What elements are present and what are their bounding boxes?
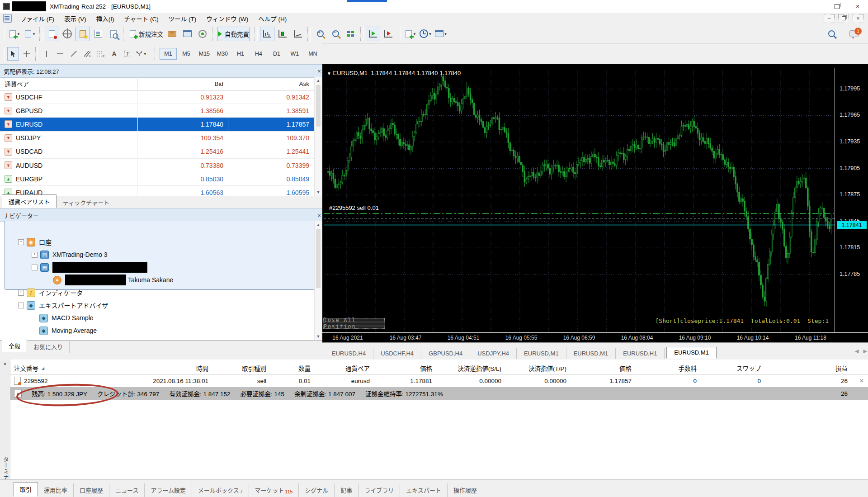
- timeframe-h1[interactable]: H1: [232, 48, 249, 60]
- navigator-scrollbar[interactable]: ▲ ▼: [314, 221, 322, 340]
- tree-item[interactable]: ◆Moving Average: [0, 324, 314, 337]
- column-ask[interactable]: Ask: [228, 77, 314, 90]
- close-all-position-button[interactable]: lose All Position: [323, 318, 385, 329]
- new-chart-button[interactable]: ▾: [7, 27, 22, 41]
- column-symbol[interactable]: 通貨ペア: [0, 77, 138, 90]
- timeframe-d1[interactable]: D1: [268, 48, 285, 60]
- horizontal-line-button[interactable]: [54, 47, 66, 61]
- periods-button[interactable]: ▾: [419, 27, 433, 41]
- terminal-column-3[interactable]: 数量: [270, 364, 315, 373]
- terminal-tab[interactable]: シグナル: [299, 483, 335, 497]
- terminal-tab[interactable]: 記事: [335, 483, 359, 497]
- minimize-button[interactable]: –: [806, 0, 826, 13]
- restore-button[interactable]: [826, 0, 847, 13]
- terminal-tab[interactable]: アラーム設定: [145, 483, 192, 497]
- channel-button[interactable]: E: [81, 47, 93, 61]
- time-axis[interactable]: 16 Aug 202116 Aug 03:4716 Aug 04:5116 Au…: [322, 332, 868, 343]
- terminal-column-11[interactable]: 損益: [765, 364, 852, 373]
- crosshair-button[interactable]: [21, 47, 33, 61]
- terminal-close-icon[interactable]: ×: [0, 360, 10, 369]
- terminal-tab[interactable]: 操作履歴: [448, 483, 483, 497]
- mql-community-button[interactable]: [180, 27, 194, 41]
- terminal-tab[interactable]: ライブラリ: [359, 483, 400, 497]
- indicators-button[interactable]: ▾: [403, 27, 418, 41]
- metaeditor-button[interactable]: [165, 27, 179, 41]
- terminal-tab[interactable]: エキスパート: [400, 483, 448, 497]
- nav-scrollbar-thumb[interactable]: [316, 229, 321, 288]
- chart-tab[interactable]: EURUSD,H4: [325, 348, 373, 359]
- terminal-tab[interactable]: 運用比率: [38, 483, 74, 497]
- menu-item[interactable]: 挿入(I): [91, 13, 119, 24]
- tree-expander-icon[interactable]: –: [32, 265, 38, 270]
- scroll-down-icon[interactable]: ▼: [315, 189, 322, 196]
- mdi-restore-button[interactable]: [838, 14, 849, 23]
- tab-scroll-left-icon[interactable]: ◀: [855, 348, 859, 354]
- menu-item[interactable]: ヘルプ (H): [253, 13, 292, 24]
- timeframe-m30[interactable]: M30: [214, 48, 231, 60]
- terminal-column-6[interactable]: 決済逆指値(S/L): [436, 364, 505, 373]
- profiles-button[interactable]: ▾: [23, 27, 37, 41]
- cursor-button[interactable]: [7, 47, 19, 61]
- navigator-tab[interactable]: 全般: [2, 339, 27, 352]
- chart-tab[interactable]: EURUSD,M1: [517, 348, 566, 359]
- terminal-column-7[interactable]: 決済指値(T/P): [505, 364, 571, 373]
- auto-scroll-button[interactable]: [366, 27, 380, 41]
- zoom-out-button[interactable]: −: [328, 27, 343, 41]
- strategy-tester-toggle[interactable]: [106, 27, 121, 41]
- terminal-column-4[interactable]: 通貨ペア: [315, 364, 374, 373]
- candlestick-chart-button[interactable]: [275, 27, 290, 41]
- chart-plot-svg[interactable]: #2295592 sell 0.01: [324, 68, 835, 332]
- auto-trading-button[interactable]: 自動売買: [217, 27, 250, 41]
- market-watch-row[interactable]: ▼EURUSD1.178401.17857: [0, 118, 314, 131]
- timeframe-m1[interactable]: M1: [160, 48, 177, 60]
- market-watch-tab[interactable]: ティックチャート: [57, 197, 116, 208]
- trendline-button[interactable]: [68, 47, 80, 61]
- alerts-button[interactable]: [195, 27, 210, 41]
- fibonacci-button[interactable]: F: [95, 47, 107, 61]
- chart-tab[interactable]: EURUSD,M1: [666, 347, 717, 359]
- nav-scroll-up-icon[interactable]: ▲: [315, 221, 322, 228]
- chart-tab-scroll-arrows[interactable]: ◀▶: [855, 343, 867, 359]
- new-order-button[interactable]: 新規注文: [128, 27, 164, 41]
- tree-expander-icon[interactable]: –: [18, 239, 24, 245]
- chart-tab[interactable]: EURUSD,M1: [566, 348, 616, 359]
- market-watch-scrollbar[interactable]: ▲ ▼: [314, 77, 322, 196]
- menu-item[interactable]: 表示 (V): [59, 13, 91, 24]
- arrows-button[interactable]: ▾: [135, 47, 147, 61]
- menu-item[interactable]: ツール (T): [164, 13, 202, 24]
- mdi-minimize-button[interactable]: –: [824, 14, 835, 23]
- notifications-button[interactable]: 1: [847, 27, 861, 41]
- text-button[interactable]: A: [108, 47, 120, 61]
- nav-scroll-down-icon[interactable]: ▼: [315, 333, 322, 340]
- market-watch-tab[interactable]: 通貨ペアリスト: [2, 194, 57, 208]
- order-row[interactable]: 22955922021.08.16 11:38:01sell0.01eurusd…: [10, 374, 868, 387]
- tree-expander-icon[interactable]: +: [18, 290, 24, 296]
- tile-windows-button[interactable]: [344, 27, 358, 41]
- chart-tab[interactable]: GBPUSD,H4: [421, 348, 470, 359]
- close-order-icon[interactable]: ✕: [852, 378, 868, 384]
- market-watch-row[interactable]: ▼USDJPY109.354109.370: [0, 132, 314, 145]
- tree-item[interactable]: XMTrading: [0, 223, 314, 236]
- search-button[interactable]: [824, 27, 839, 41]
- terminal-tab[interactable]: メールボックス7: [192, 483, 249, 497]
- toolbar-handle[interactable]: [2, 27, 5, 41]
- data-window-toggle[interactable]: [60, 27, 75, 41]
- terminal-column-2[interactable]: 取引種別: [212, 364, 270, 373]
- terminal-tab[interactable]: 取引: [14, 482, 38, 497]
- timeframe-m5[interactable]: M5: [178, 48, 195, 60]
- terminal-column-8[interactable]: 価格: [571, 364, 636, 373]
- menu-item[interactable]: ファイル (F): [15, 13, 59, 24]
- vertical-line-button[interactable]: [41, 47, 52, 61]
- market-watch-row[interactable]: ▲EURGBP0.850300.85049: [0, 172, 314, 186]
- chart-tab[interactable]: EURUSD,H1: [616, 348, 665, 359]
- market-watch-row[interactable]: ▼GBPUSD1.385661.38591: [0, 104, 314, 118]
- terminal-column-0[interactable]: 注文番号◢: [10, 364, 108, 373]
- navigator-toggle[interactable]: ★: [75, 27, 90, 41]
- mdi-close-button[interactable]: ×: [853, 14, 863, 23]
- chart-tab[interactable]: USDJPY,H4: [470, 348, 517, 359]
- timeframe-h4[interactable]: H4: [250, 48, 267, 60]
- timeframe-m15[interactable]: M15: [196, 48, 213, 60]
- tree-item[interactable]: –◆エキスパートアドバイザ: [0, 299, 314, 312]
- scroll-up-icon[interactable]: ▲: [315, 77, 322, 84]
- column-bid[interactable]: Bid: [138, 77, 228, 90]
